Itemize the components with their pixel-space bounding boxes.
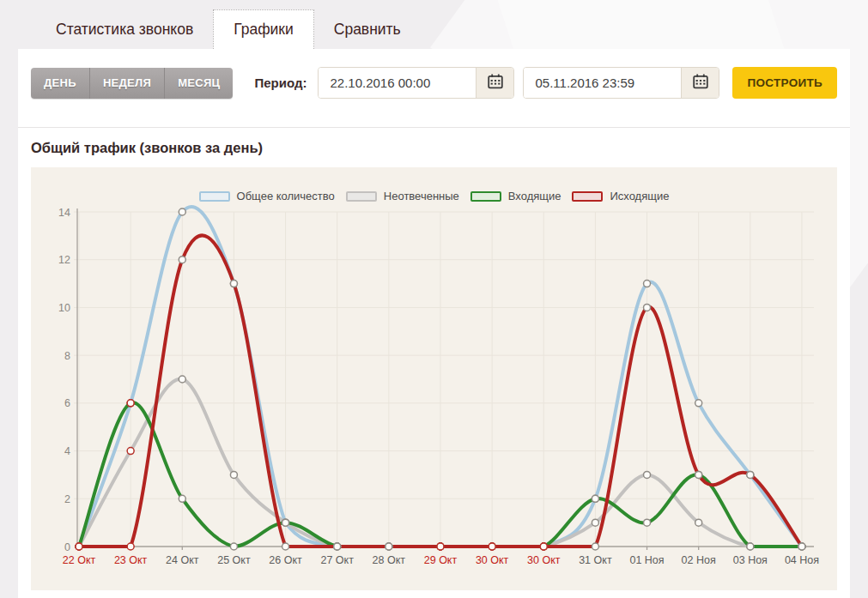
legend-item-total[interactable]: Общее количество (199, 190, 335, 202)
date-from-control (318, 67, 514, 99)
legend-swatch-outgoing (572, 191, 603, 202)
svg-text:8: 8 (64, 350, 70, 362)
legend-label: Неотвеченные (384, 190, 459, 202)
filter-row: ДЕНЬ НЕДЕЛЯ МЕСЯЦ Период: (18, 49, 850, 99)
calendar-icon (488, 74, 503, 92)
svg-text:6: 6 (64, 397, 70, 409)
legend-item-unanswered[interactable]: Неотвеченные (346, 190, 459, 202)
svg-text:28 Окт: 28 Окт (373, 554, 406, 566)
svg-text:30 Окт: 30 Окт (527, 554, 561, 566)
legend-swatch-total (199, 191, 230, 202)
svg-text:14: 14 (58, 207, 70, 219)
date-from-input[interactable] (319, 68, 476, 98)
svg-text:01 Ноя: 01 Ноя (629, 554, 664, 566)
svg-text:02 Ноя: 02 Ноя (682, 554, 716, 566)
svg-text:4: 4 (64, 445, 70, 457)
tab-call-statistics[interactable]: Статистика звонков (36, 9, 213, 49)
legend-swatch-incoming (470, 191, 501, 202)
date-to-calendar-button[interactable] (681, 68, 719, 98)
range-day-button[interactable]: ДЕНЬ (31, 68, 89, 99)
svg-text:27 Окт: 27 Окт (320, 554, 354, 566)
svg-text:0: 0 (64, 541, 70, 553)
traffic-line-chart: 0246810121422 Окт23 Окт24 Окт25 Окт26 Ок… (31, 167, 838, 590)
legend-label: Входящие (508, 190, 561, 202)
date-from-calendar-button[interactable] (476, 68, 513, 98)
chart-panel: 0246810121422 Окт23 Окт24 Окт25 Окт26 Ок… (31, 167, 837, 590)
svg-text:04 Ноя: 04 Ноя (785, 554, 819, 566)
build-button[interactable]: ПОСТРОИТЬ (732, 67, 837, 99)
tab-charts[interactable]: Графики (213, 9, 314, 49)
svg-text:29 Окт: 29 Окт (424, 554, 458, 566)
legend-item-incoming[interactable]: Входящие (470, 190, 561, 202)
legend-swatch-unanswered (346, 191, 377, 202)
period-label: Период: (254, 76, 307, 90)
legend-label: Исходящие (610, 190, 669, 202)
svg-text:31 Окт: 31 Окт (579, 554, 612, 566)
range-week-button[interactable]: НЕДЕЛЯ (89, 68, 164, 99)
content-panel: ДЕНЬ НЕДЕЛЯ МЕСЯЦ Период: (18, 49, 850, 598)
chart-legend: Общее количество Неотвеченные Входящие И… (31, 167, 837, 202)
calendar-icon (693, 74, 708, 92)
svg-text:24 Окт: 24 Окт (166, 554, 199, 566)
svg-text:12: 12 (58, 254, 70, 266)
divider (18, 127, 850, 128)
svg-text:30 Окт: 30 Окт (476, 554, 509, 566)
range-month-button[interactable]: МЕСЯЦ (164, 68, 233, 99)
svg-text:25 Окт: 25 Окт (217, 554, 251, 566)
svg-text:23 Окт: 23 Окт (114, 554, 148, 566)
svg-text:22 Окт: 22 Окт (63, 554, 96, 566)
tab-bar: Статистика звонков Графики Сравнить (0, 0, 868, 49)
range-button-group: ДЕНЬ НЕДЕЛЯ МЕСЯЦ (31, 68, 233, 99)
tab-compare[interactable]: Сравнить (314, 9, 421, 49)
date-to-control (523, 67, 719, 99)
legend-label: Общее количество (237, 190, 335, 202)
svg-text:26 Окт: 26 Окт (269, 554, 302, 566)
page: Статистика звонков Графики Сравнить ДЕНЬ… (0, 0, 868, 598)
date-to-input[interactable] (524, 68, 681, 98)
svg-text:03 Ноя: 03 Ноя (733, 554, 768, 566)
page-title: Общий трафик (звонков за день) (31, 140, 850, 156)
svg-text:10: 10 (58, 302, 70, 314)
legend-item-outgoing[interactable]: Исходящие (572, 190, 669, 202)
svg-text:2: 2 (64, 493, 70, 505)
